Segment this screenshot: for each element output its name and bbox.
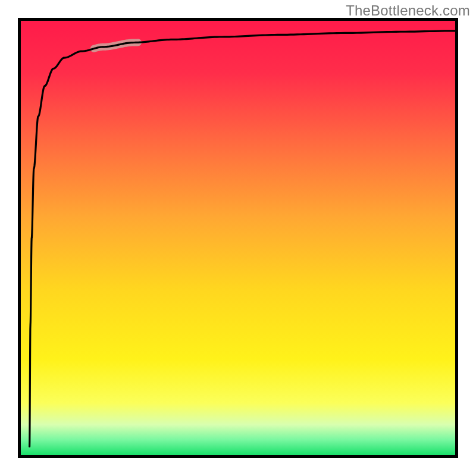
plot-background [21, 21, 455, 455]
chart-svg [0, 0, 476, 476]
chart-stage: TheBottleneck.com [0, 0, 476, 476]
watermark-text: TheBottleneck.com [346, 2, 470, 19]
